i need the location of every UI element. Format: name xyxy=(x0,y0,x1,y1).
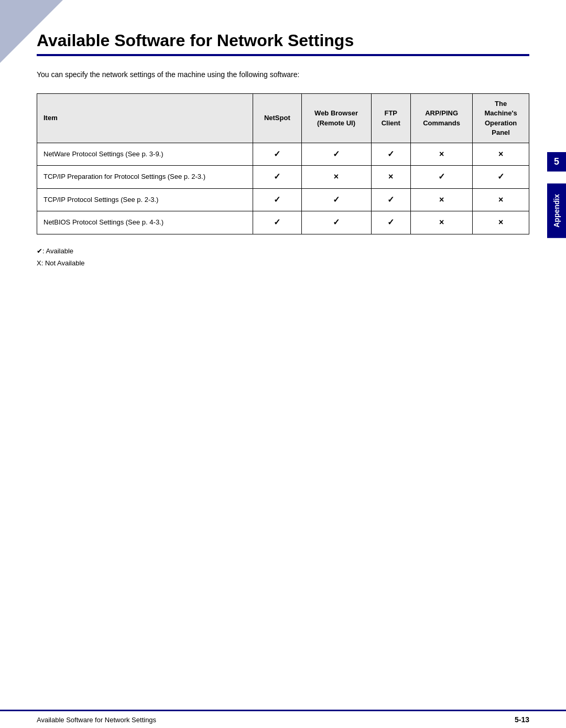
check-icon: ✓ xyxy=(438,172,445,181)
table-row: NetWare Protocol Settings (See p. 3-9.)✓… xyxy=(37,143,529,165)
table-cell-operation_panel: ✓ xyxy=(473,166,529,188)
table-cell-ftp_client: ✓ xyxy=(371,188,410,211)
table-cell-netspot: ✓ xyxy=(253,143,301,165)
table-cell-netspot: ✓ xyxy=(253,211,301,234)
check-icon: ✓ xyxy=(274,172,280,181)
table-cell-ftp_client: ✓ xyxy=(371,143,410,165)
col-header-web-browser: Web Browser(Remote UI) xyxy=(301,94,371,143)
cross-icon: × xyxy=(439,195,444,204)
table-cell-web_browser: ✓ xyxy=(301,143,371,165)
table-cell-operation_panel: × xyxy=(473,211,529,234)
title-underline xyxy=(37,54,529,56)
table-cell-operation_panel: × xyxy=(473,143,529,165)
table-cell-web_browser: ✓ xyxy=(301,211,371,234)
table-cell-web_browser: ✓ xyxy=(301,188,371,211)
table-cell-item: NetWare Protocol Settings (See p. 3-9.) xyxy=(37,143,253,165)
table-cell-netspot: ✓ xyxy=(253,188,301,211)
col-header-arp-ping: ARP/PINGCommands xyxy=(410,94,472,143)
check-icon: ✓ xyxy=(333,195,340,204)
col-header-netspot: NetSpot xyxy=(253,94,301,143)
cross-icon: × xyxy=(439,218,444,227)
check-icon: ✓ xyxy=(387,218,394,227)
table-cell-item: TCP/IP Preparation for Protocol Settings… xyxy=(37,166,253,188)
cross-icon: × xyxy=(439,149,444,158)
check-icon: ✓ xyxy=(274,218,280,227)
page-title: Available Software for Network Settings xyxy=(37,31,529,50)
table-cell-ftp_client: × xyxy=(371,166,410,188)
page-footer: Available Software for Network Settings … xyxy=(0,710,566,728)
table-cell-netspot: ✓ xyxy=(253,166,301,188)
table-header-row: Item NetSpot Web Browser(Remote UI) FTPC… xyxy=(37,94,529,143)
chapter-number-text: 5 xyxy=(554,156,559,167)
table-row: TCP/IP Preparation for Protocol Settings… xyxy=(37,166,529,188)
cross-icon: × xyxy=(388,172,393,181)
col-header-operation-panel: TheMachine'sOperationPanel xyxy=(473,94,529,143)
check-icon: ✓ xyxy=(387,149,394,158)
col-header-item: Item xyxy=(37,94,253,143)
page-title-area: Available Software for Network Settings xyxy=(37,16,529,56)
table-row: NetBIOS Protocol Settings (See p. 4-3.)✓… xyxy=(37,211,529,234)
col-header-ftp-client: FTPClient xyxy=(371,94,410,143)
corner-decoration xyxy=(0,0,63,63)
table-cell-ftp_client: ✓ xyxy=(371,211,410,234)
table-cell-item: NetBIOS Protocol Settings (See p. 4-3.) xyxy=(37,211,253,234)
table-cell-arp_ping: × xyxy=(410,211,472,234)
cross-icon: × xyxy=(498,195,503,204)
check-icon: ✓ xyxy=(387,195,394,204)
footer-title: Available Software for Network Settings xyxy=(37,716,156,724)
sidebar-appendix-label: Appendix xyxy=(547,184,566,238)
check-icon: ✓ xyxy=(497,172,504,181)
check-icon: ✓ xyxy=(333,149,340,158)
table-cell-arp_ping: ✓ xyxy=(410,166,472,188)
cross-icon: × xyxy=(498,218,503,227)
settings-table: Item NetSpot Web Browser(Remote UI) FTPC… xyxy=(37,93,529,234)
table-cell-item: TCP/IP Protocol Settings (See p. 2-3.) xyxy=(37,188,253,211)
legend: ✔: Available X: Not Available xyxy=(37,245,529,270)
table-cell-web_browser: × xyxy=(301,166,371,188)
check-icon: ✓ xyxy=(274,195,280,204)
check-icon: ✓ xyxy=(274,149,280,158)
legend-cross: X: Not Available xyxy=(37,257,529,269)
legend-check: ✔: Available xyxy=(37,245,529,257)
table-cell-operation_panel: × xyxy=(473,188,529,211)
cross-icon: × xyxy=(498,149,503,158)
table-cell-arp_ping: × xyxy=(410,143,472,165)
footer-page: 5-13 xyxy=(515,715,529,724)
table-cell-arp_ping: × xyxy=(410,188,472,211)
intro-text: You can specify the network settings of … xyxy=(37,69,529,80)
check-icon: ✓ xyxy=(333,218,340,227)
cross-icon: × xyxy=(334,172,339,181)
sidebar-label-text: Appendix xyxy=(552,194,561,228)
table-row: TCP/IP Protocol Settings (See p. 2-3.)✓✓… xyxy=(37,188,529,211)
chapter-number: 5 xyxy=(547,152,566,172)
